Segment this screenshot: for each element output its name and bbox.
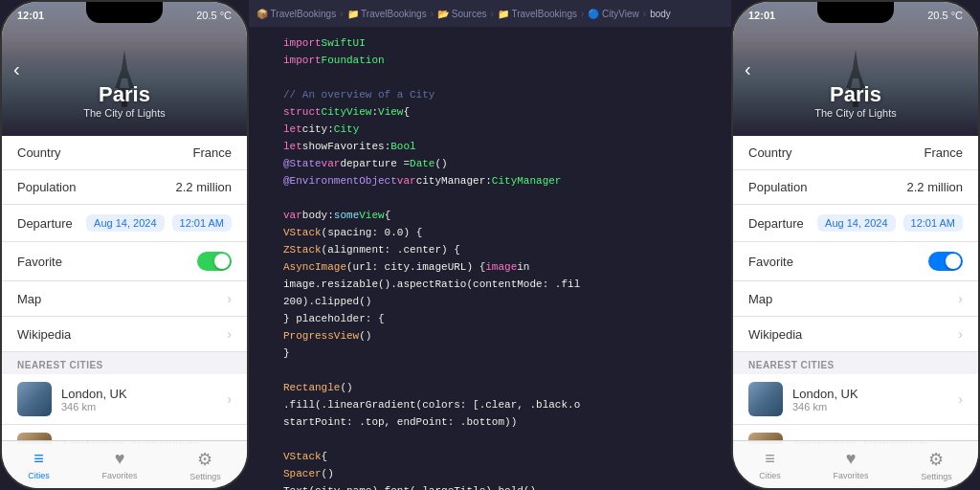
tab-favorites-label: Favorites: [101, 471, 137, 480]
back-button[interactable]: ‹: [13, 58, 20, 80]
code-line: [249, 362, 731, 379]
list-item[interactable]: London, UK 346 km ›: [733, 374, 978, 425]
favorite-toggle[interactable]: [197, 252, 232, 271]
tab-favorites[interactable]: ♥ Favorites: [101, 449, 137, 480]
right-nearest-cities-header: NEAREST CITIES: [733, 352, 978, 374]
right-departure-row: Departure Aug 14, 2024 12:01 AM: [733, 205, 978, 242]
right-tab-cities[interactable]: ≡ Cities: [759, 449, 781, 480]
left-phone: 12:01 20.5 °C ‹ Paris The City of Lights…: [0, 0, 249, 490]
right-departure-label: Departure: [748, 216, 804, 231]
city-item-name: London, UK: [792, 387, 958, 401]
right-london-thumb: [748, 382, 783, 416]
right-favorites-icon: ♥: [846, 449, 857, 469]
code-line: startPoint: .top, endPoint: .bottom)): [249, 413, 731, 431]
map-label: Map: [17, 292, 41, 306]
right-city-tagline: The City of Lights: [733, 107, 978, 119]
population-value: 2.2 million: [175, 180, 232, 194]
right-cities-icon: ≡: [765, 449, 775, 469]
code-line: @State var departure = Date(): [249, 155, 731, 172]
code-line: Spacer(): [249, 465, 731, 482]
code-line: import Foundation: [249, 52, 731, 69]
right-city-name: Paris: [733, 82, 978, 107]
city-chevron-icon: ›: [227, 391, 232, 407]
right-map-chevron-icon: ›: [958, 291, 963, 306]
right-toggle-knob: [946, 254, 961, 269]
tab-cities-label: Cities: [28, 471, 50, 480]
city-item-dist: 346 km: [792, 401, 958, 412]
city-name: Paris: [2, 82, 247, 107]
right-settings-icon: ⚙: [928, 449, 944, 470]
right-wikipedia-row[interactable]: Wikipedia ›: [733, 317, 978, 352]
right-phone: 12:01 20.5 °C ‹ Paris The City of Lights…: [731, 0, 980, 490]
right-tab-cities-label: Cities: [759, 471, 781, 480]
notch-right: [817, 2, 894, 23]
city-item-dist: 346 km: [61, 401, 227, 412]
right-favorite-label: Favorite: [748, 255, 793, 269]
population-row: Population 2.2 million: [2, 170, 247, 205]
breadcrumb-item: 🔵 CityView: [588, 9, 639, 19]
departure-dates: Aug 14, 2024 12:01 AM: [86, 214, 232, 232]
code-line: AsyncImage(url: city.imageURL) { image i…: [249, 258, 731, 276]
breadcrumb-item: 📦 TravelBookings: [256, 9, 336, 19]
code-line: ProgressView(): [249, 327, 731, 345]
right-map-label: Map: [748, 292, 772, 306]
right-country-row: Country France: [733, 136, 978, 170]
departure-label: Departure: [17, 216, 73, 231]
right-population-row: Population 2.2 million: [733, 170, 978, 205]
settings-icon: ⚙: [197, 449, 212, 470]
code-line: VStack {: [249, 448, 731, 465]
right-tab-favorites[interactable]: ♥ Favorites: [833, 449, 868, 480]
code-line: struct CityView: View {: [249, 103, 731, 121]
breadcrumb-item: 📂 Sources: [437, 9, 486, 19]
toggle-knob: [214, 254, 230, 269]
right-back-button[interactable]: ‹: [745, 58, 751, 80]
right-favorite-toggle[interactable]: [928, 252, 963, 271]
right-departure-time[interactable]: 12:01 AM: [903, 214, 963, 232]
wikipedia-row[interactable]: Wikipedia ›: [2, 317, 247, 352]
right-population-label: Population: [748, 180, 807, 194]
right-map-row[interactable]: Map ›: [733, 281, 978, 317]
code-line: [249, 189, 731, 207]
city-tagline: The City of Lights: [2, 107, 247, 119]
wikipedia-label: Wikipedia: [17, 327, 71, 342]
city-item-name: London, UK: [61, 387, 227, 401]
code-line: image.resizable().aspectRatio(contentMod…: [249, 276, 731, 293]
editor-toolbar: 📦 TravelBookings › 📁 TravelBookings › 📂 …: [249, 0, 731, 27]
breadcrumb-item: 📁 TravelBookings: [498, 9, 577, 19]
code-line: @EnvironmentObject var cityManager: City…: [249, 172, 731, 189]
city-chevron-icon: ›: [958, 391, 963, 407]
status-time: 12:01: [17, 10, 44, 21]
right-tab-settings[interactable]: ⚙ Settings: [921, 449, 952, 481]
departure-date[interactable]: Aug 14, 2024: [86, 214, 164, 232]
breadcrumb-item: 📁 TravelBookings: [347, 9, 427, 19]
favorites-icon: ♥: [115, 449, 125, 469]
code-line: var body: some View {: [249, 207, 731, 224]
right-tab-settings-label: Settings: [921, 472, 952, 481]
list-item[interactable]: London, UK 346 km ›: [2, 374, 247, 425]
right-departure-dates: Aug 14, 2024 12:01 AM: [817, 214, 963, 232]
right-departure-date[interactable]: Aug 14, 2024: [817, 214, 895, 232]
map-row[interactable]: Map ›: [2, 281, 247, 317]
tab-cities[interactable]: ≡ Cities: [28, 449, 50, 480]
tab-settings[interactable]: ⚙ Settings: [189, 449, 221, 481]
wikipedia-chevron-icon: ›: [227, 326, 232, 342]
code-line: let city: City: [249, 121, 731, 138]
breadcrumb-active: body: [650, 9, 671, 19]
favorite-row: Favorite: [2, 242, 247, 281]
departure-row: Departure Aug 14, 2024 12:01 AM: [2, 205, 247, 242]
favorite-label: Favorite: [17, 255, 62, 269]
code-line: Text(city.name).font(.largeTitle).bold(): [249, 482, 731, 490]
country-label: Country: [17, 145, 61, 160]
right-favorite-row: Favorite: [733, 242, 978, 281]
nearest-cities-header: NEAREST CITIES: [2, 352, 247, 374]
code-line: } placeholder: {: [249, 310, 731, 327]
code-line: import SwiftUI: [249, 34, 731, 52]
right-country-value: France: [924, 145, 963, 160]
code-line: ZStack(alignment: .center) {: [249, 241, 731, 258]
status-temp: 20.5 °C: [196, 10, 232, 21]
phone-content: Country France Population 2.2 million De…: [2, 136, 247, 444]
editor-body[interactable]: import SwiftUI import Foundation // An o…: [249, 27, 731, 490]
code-line: .fill(.linearGradient(colors: [.clear, .…: [249, 396, 731, 413]
code-line: }: [249, 345, 731, 362]
departure-time[interactable]: 12:01 AM: [172, 214, 232, 232]
